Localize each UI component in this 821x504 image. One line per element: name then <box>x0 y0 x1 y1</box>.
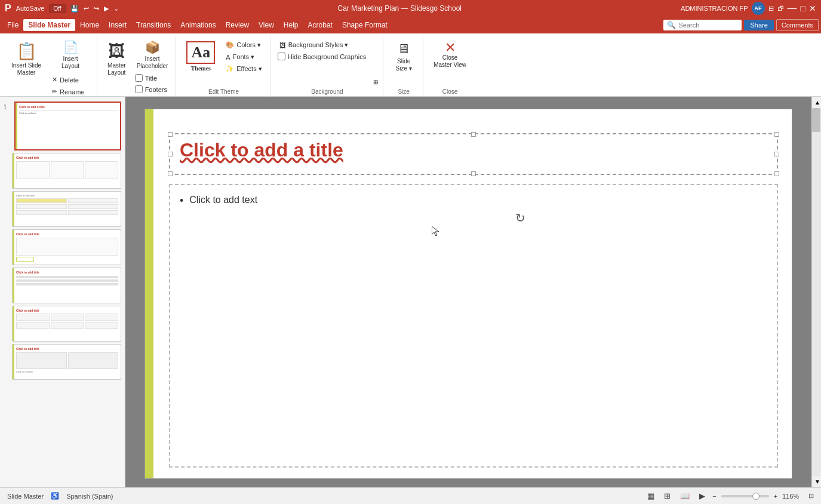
search-box[interactable]: 🔍 <box>663 20 742 30</box>
slide-thumb-1[interactable]: 1 Click to add a title Click to add text <box>4 102 121 150</box>
ribbon-group-edit-theme: Aa Themes 🎨 Colors ▾ A Fonts ▾ ✨ Effects… <box>177 36 270 96</box>
scroll-up-arrow[interactable]: ▲ <box>812 97 821 108</box>
title-text[interactable]: Click to add a title <box>170 134 777 166</box>
title-checkbox[interactable] <box>135 74 143 82</box>
reading-view-button[interactable]: 📖 <box>678 490 692 502</box>
menu-view[interactable]: View <box>254 19 279 31</box>
scroll-thumb[interactable] <box>812 108 820 132</box>
rename-button[interactable]: ✏ Rename <box>48 86 93 97</box>
zoom-slider[interactable] <box>721 495 769 497</box>
effects-icon: ✨ <box>226 65 234 73</box>
insert-placeholder-button[interactable]: 📦 InsertPlaceholder <box>133 38 173 72</box>
maximize-icon[interactable]: □ <box>801 4 805 13</box>
handle-ml[interactable] <box>168 152 173 156</box>
autosave-button[interactable]: Off <box>49 4 65 13</box>
slide-img-1[interactable]: Click to add a title Click to add text <box>14 102 121 150</box>
normal-view-button[interactable]: ▦ <box>645 490 657 502</box>
close-icon[interactable]: ✕ <box>809 4 816 13</box>
close-master-icon: ✕ <box>445 41 456 54</box>
comments-button[interactable]: Comments <box>776 19 819 31</box>
background-dialog-launcher[interactable]: ⊞ <box>372 78 379 87</box>
canvas-area[interactable]: ↻ Click to add a title • Click to add te… <box>125 97 811 487</box>
zoom-in-button[interactable]: + <box>774 493 777 500</box>
title-placeholder[interactable]: Click to add a title <box>169 133 778 175</box>
colors-button[interactable]: 🎨 Colors ▾ <box>222 39 266 51</box>
slide-img-2[interactable]: Click to add title <box>12 153 121 189</box>
search-input[interactable] <box>678 21 738 29</box>
menu-shape-format[interactable]: Shape Format <box>337 19 392 31</box>
customize-icon[interactable]: ⌄ <box>113 5 119 13</box>
slide-img-7[interactable]: Click to add title Click to add title <box>12 344 121 380</box>
zoom-level[interactable]: 116% <box>782 493 804 500</box>
hide-bg-checkbox-row[interactable]: Hide Background Graphics <box>275 51 368 62</box>
restore-icon[interactable]: 🗗 <box>777 5 784 12</box>
zoom-out-button[interactable]: − <box>712 493 716 500</box>
master-layout-button[interactable]: 🖼 MasterLayout <box>102 38 131 79</box>
language-label[interactable]: Spanish (Spain) <box>66 493 113 500</box>
slide-img-5[interactable]: Click to add title <box>12 268 121 303</box>
user-avatar: AF <box>752 2 765 15</box>
handle-br[interactable] <box>774 171 779 176</box>
fonts-button[interactable]: A Fonts ▾ <box>222 51 266 63</box>
slide-img-6[interactable]: Click to add title <box>12 306 121 342</box>
insert-slide-master-button[interactable]: 📋 Insert SlideMaster <box>6 38 47 79</box>
content-placeholder[interactable]: • Click to add text <box>169 184 778 468</box>
menu-help[interactable]: Help <box>279 19 303 31</box>
close-master-view-button[interactable]: ✕ CloseMaster View <box>428 38 472 72</box>
close-master-label: CloseMaster View <box>433 54 466 69</box>
right-scrollbar[interactable]: ▲ ▼ <box>811 97 821 487</box>
slide-img-3[interactable]: Click to edit title <box>12 191 121 227</box>
slide-panel[interactable]: 1 Click to add a title Click to add text… <box>0 97 125 487</box>
slide-thumb-6[interactable]: Click to add title <box>12 306 121 342</box>
slide-size-button[interactable]: 🖥 SlideSize ▾ <box>388 38 419 75</box>
minimize-icon[interactable]: — <box>788 3 797 14</box>
scroll-track[interactable] <box>812 108 821 476</box>
ribbon-toggle-icon[interactable]: ⊟ <box>768 5 774 13</box>
handle-tm[interactable] <box>471 132 476 137</box>
app-logo: P <box>5 3 11 14</box>
scroll-down-arrow[interactable]: ▼ <box>812 476 821 487</box>
handle-bm[interactable] <box>471 171 476 176</box>
redo-icon[interactable]: ↪ <box>94 5 99 13</box>
slide-sorter-button[interactable]: ⊞ <box>662 490 673 502</box>
menu-transitions[interactable]: Transitions <box>131 19 176 31</box>
footers-checkbox-row[interactable]: Footers <box>133 84 173 94</box>
slide-thumb-5[interactable]: Click to add title <box>12 268 121 303</box>
fit-slide-button[interactable]: ⊡ <box>808 492 814 500</box>
present-icon[interactable]: ▶ <box>104 5 109 13</box>
slide-img-4[interactable]: Click to add title <box>12 229 121 265</box>
themes-button[interactable]: Aa Themes <box>181 38 220 75</box>
menu-file[interactable]: File <box>2 19 23 31</box>
menu-home[interactable]: Home <box>75 19 104 31</box>
menu-acrobat[interactable]: Acrobat <box>303 19 337 31</box>
zoom-thumb[interactable] <box>752 493 759 500</box>
presenter-view-button[interactable]: ▶ <box>697 490 708 502</box>
save-icon[interactable]: 💾 <box>70 5 79 13</box>
handle-tl[interactable] <box>168 132 173 137</box>
ribbon: 📋 Insert SlideMaster 📄 InsertLayout ✕ De… <box>0 33 821 97</box>
accessibility-icon[interactable]: ♿ <box>51 492 59 500</box>
menu-insert[interactable]: Insert <box>104 19 131 31</box>
undo-icon[interactable]: ↩ <box>84 5 89 13</box>
title-checkbox-label: Title <box>145 75 157 82</box>
insert-layout-button[interactable]: 📄 InsertLayout <box>48 38 93 72</box>
slide-thumb-7[interactable]: Click to add title Click to add title <box>12 344 121 380</box>
slide-thumb-3[interactable]: Click to edit title <box>12 191 121 227</box>
share-button[interactable]: Share <box>744 20 773 30</box>
delete-button[interactable]: ✕ Delete <box>48 74 93 85</box>
handle-mr[interactable] <box>774 152 779 156</box>
slide-thumb-2[interactable]: Click to add title <box>12 153 121 189</box>
title-checkbox-row[interactable]: Title <box>133 73 173 83</box>
menu-slide-master[interactable]: Slide Master <box>23 19 75 31</box>
hide-bg-checkbox[interactable] <box>278 53 285 60</box>
footers-checkbox[interactable] <box>135 85 143 93</box>
background-content: 🖼 Background Styles ▾ Hide Background Gr… <box>275 36 379 87</box>
menu-review[interactable]: Review <box>221 19 254 31</box>
background-styles-button[interactable]: 🖼 Background Styles ▾ <box>275 39 368 51</box>
handle-bl[interactable] <box>168 171 173 176</box>
app-body: 1 Click to add a title Click to add text… <box>0 97 821 487</box>
menu-animations[interactable]: Animations <box>176 19 220 31</box>
handle-tr[interactable] <box>774 132 779 137</box>
effects-button[interactable]: ✨ Effects ▾ <box>222 63 266 75</box>
slide-thumb-4[interactable]: Click to add title <box>12 229 121 265</box>
